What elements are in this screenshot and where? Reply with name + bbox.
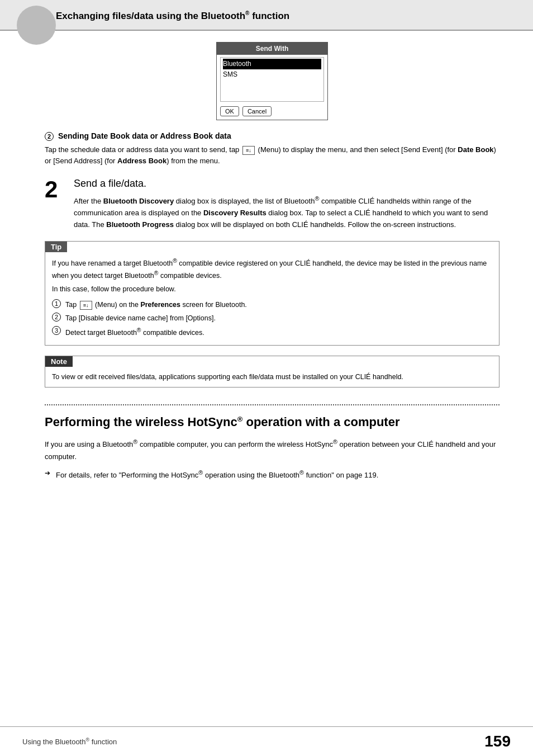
dialog-illustration: Send With Bluetooth SMS OK Cancel bbox=[45, 42, 499, 120]
dialog-ok-button[interactable]: OK bbox=[220, 106, 239, 116]
footer-left: Using the Bluetooth® function bbox=[22, 737, 117, 746]
preferences-bold: Preferences bbox=[140, 301, 180, 309]
section-title-suffix: operation with a computer bbox=[242, 415, 399, 429]
address-book-bold: Address Book bbox=[117, 157, 166, 165]
tip-sub-3-text: Detect target Bluetooth® compatible devi… bbox=[65, 326, 204, 338]
tip-sub-1-text: Tap ≡↓ (Menu) on the Preferences screen … bbox=[65, 299, 247, 310]
header-title-text: Exchanging files/data using the Bluetoot… bbox=[56, 11, 245, 21]
dialog-cancel-button[interactable]: Cancel bbox=[242, 106, 272, 116]
circle-2: 2 bbox=[45, 132, 54, 141]
bluetooth-discovery-bold: Bluetooth Discovery bbox=[103, 197, 174, 206]
note-content: To view or edit received files/data, app… bbox=[45, 367, 499, 387]
menu-icon-tip: ≡↓ bbox=[80, 301, 92, 310]
section-body: If you are using a Bluetooth® compatible… bbox=[45, 437, 499, 462]
dialog-title: Send With bbox=[217, 42, 327, 55]
note-text: To view or edit received files/data, app… bbox=[52, 373, 403, 381]
tip-label: Tip bbox=[45, 242, 67, 252]
dialog-list: Bluetooth SMS bbox=[220, 57, 324, 102]
tip-box: Tip If you have renamed a target Bluetoo… bbox=[45, 241, 499, 346]
page-title: Exchanging files/data using the Bluetoot… bbox=[56, 10, 511, 22]
dialog-item-bluetooth: Bluetooth bbox=[223, 59, 321, 69]
section-title-sup: ® bbox=[237, 415, 243, 423]
page-header: Exchanging files/data using the Bluetoot… bbox=[0, 0, 533, 31]
tip-circle-2: 2 bbox=[52, 313, 61, 322]
note-box: Note To view or edit received files/data… bbox=[45, 356, 499, 388]
footer-left-suffix: function bbox=[89, 738, 117, 746]
tip-sub-1: 1 Tap ≡↓ (Menu) on the Preferences scree… bbox=[52, 299, 492, 310]
substep-title-text: Sending Date Book data or Address Book d… bbox=[58, 131, 231, 140]
dialog-item-sms: SMS bbox=[223, 69, 321, 80]
footer-page-number: 159 bbox=[484, 733, 511, 750]
tip-text-1: If you have renamed a target Bluetooth® … bbox=[52, 257, 492, 281]
dialog-buttons: OK Cancel bbox=[217, 104, 327, 120]
tip-circle-1: 1 bbox=[52, 299, 61, 308]
send-with-dialog: Send With Bluetooth SMS OK Cancel bbox=[216, 42, 328, 120]
substep-2: 2 Sending Date Book data or Address Book… bbox=[45, 131, 499, 167]
hotsync-section: Performing the wireless HotSync® operati… bbox=[45, 414, 499, 481]
substep-body: Tap the schedule data or address data yo… bbox=[45, 144, 499, 167]
tip-content: If you have renamed a target Bluetooth® … bbox=[45, 252, 499, 345]
page-footer: Using the Bluetooth® function 159 bbox=[0, 726, 533, 756]
dotted-divider bbox=[45, 404, 499, 405]
footer-left-text: Using the Bluetooth bbox=[22, 738, 85, 746]
discovery-results-bold: Discovery Results bbox=[203, 209, 266, 217]
section-heading: Performing the wireless HotSync® operati… bbox=[45, 414, 499, 431]
tip-circle-3: 3 bbox=[52, 326, 61, 335]
step-2-content: Send a file/data. After the Bluetooth Di… bbox=[74, 178, 499, 231]
step-2-title: Send a file/data. bbox=[74, 178, 499, 190]
note-label: Note bbox=[45, 356, 73, 367]
menu-icon: ≡↓ bbox=[242, 146, 255, 155]
section-title-text: Performing the wireless HotSync bbox=[45, 415, 237, 429]
step-number-2: 2 bbox=[45, 178, 65, 201]
section-arrow-point: For details, refer to "Performing the Ho… bbox=[45, 468, 499, 481]
step-2-body: After the Bluetooth Discovery dialog box… bbox=[74, 194, 499, 231]
tip-sub-2-text: Tap [Disable device name cache] from [Op… bbox=[65, 313, 216, 324]
date-book-bold: Date Book bbox=[458, 145, 493, 154]
main-step-2: 2 Send a file/data. After the Bluetooth … bbox=[45, 178, 499, 231]
tip-sub-3: 3 Detect target Bluetooth® compatible de… bbox=[52, 326, 492, 338]
header-decoration bbox=[17, 6, 56, 45]
main-content: Send With Bluetooth SMS OK Cancel 2 Send… bbox=[0, 42, 533, 481]
header-suffix: function bbox=[249, 11, 289, 21]
substep-title: 2 Sending Date Book data or Address Book… bbox=[45, 131, 499, 141]
tip-text-2: In this case, follow the procedure below… bbox=[52, 284, 492, 295]
bluetooth-progress-bold: Bluetooth Progress bbox=[106, 220, 174, 229]
tip-sub-2: 2 Tap [Disable device name cache] from [… bbox=[52, 313, 492, 324]
